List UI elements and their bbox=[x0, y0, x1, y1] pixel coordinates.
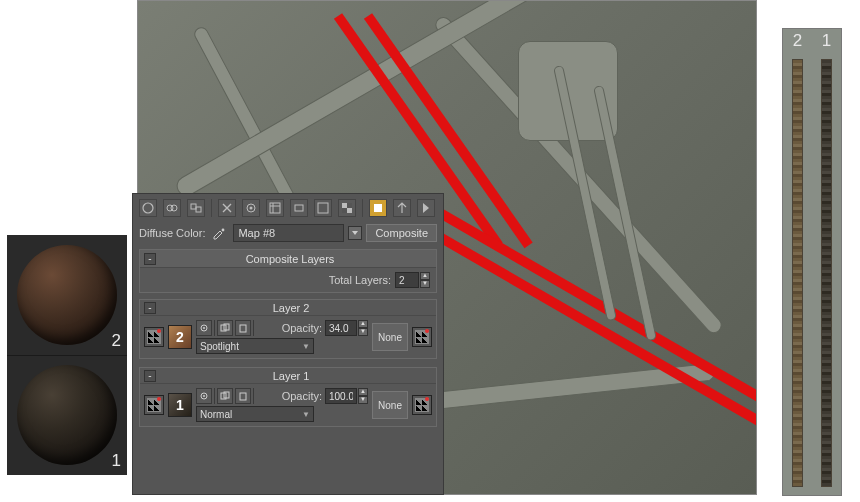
svg-rect-11 bbox=[347, 208, 352, 213]
layer-color-swatch[interactable] bbox=[144, 395, 164, 415]
material-sample-label: 1 bbox=[112, 451, 121, 471]
svg-point-15 bbox=[222, 229, 225, 232]
separator bbox=[214, 388, 215, 404]
material-samples-panel: 2 1 bbox=[7, 235, 127, 475]
assign-material-icon[interactable] bbox=[187, 199, 205, 217]
layer-title: Layer 2 bbox=[162, 302, 436, 314]
composite-title: Composite Layers bbox=[162, 253, 436, 265]
map-name-dropdown-icon[interactable] bbox=[348, 226, 362, 240]
paste-icon[interactable] bbox=[235, 388, 251, 404]
eyedropper-icon[interactable] bbox=[209, 225, 229, 241]
get-material-icon[interactable] bbox=[139, 199, 157, 217]
svg-rect-8 bbox=[295, 205, 303, 211]
spin-up-icon[interactable]: ▲ bbox=[420, 272, 430, 280]
total-layers-value[interactable] bbox=[395, 272, 419, 288]
collapse-toggle-icon[interactable]: - bbox=[144, 370, 156, 382]
map-name-text: Map #8 bbox=[238, 227, 275, 239]
map-type-text: Composite bbox=[375, 227, 428, 239]
svg-rect-9 bbox=[318, 203, 328, 213]
map-type-button[interactable]: Composite bbox=[366, 224, 437, 242]
mask-none-button[interactable]: None bbox=[372, 391, 408, 419]
composite-group-header[interactable]: - Composite Layers bbox=[140, 250, 436, 268]
spin-down-icon[interactable]: ▼ bbox=[420, 280, 430, 288]
chevron-down-icon: ▼ bbox=[302, 410, 310, 419]
texture-strips-panel: 2 1 bbox=[782, 28, 842, 496]
layer-1-group: - Layer 1 1 Opacity: bbox=[139, 367, 437, 427]
blend-mode-select[interactable]: Spotlight ▼ bbox=[196, 338, 314, 354]
spin-down-icon[interactable]: ▼ bbox=[358, 328, 368, 336]
mask-label: None bbox=[378, 400, 402, 411]
layer-thumb-label: 2 bbox=[176, 329, 184, 345]
spin-down-icon[interactable]: ▼ bbox=[358, 396, 368, 404]
paste-icon[interactable] bbox=[235, 320, 251, 336]
texture-strip-1[interactable]: 1 bbox=[812, 29, 841, 495]
separator bbox=[211, 199, 212, 217]
visibility-icon[interactable] bbox=[196, 320, 212, 336]
mask-color-swatch[interactable] bbox=[412, 327, 432, 347]
svg-rect-25 bbox=[240, 393, 246, 400]
layer-thumb-label: 1 bbox=[176, 397, 184, 413]
material-editor-panel: Diffuse Color: Map #8 Composite - Compos… bbox=[132, 193, 444, 495]
svg-rect-10 bbox=[342, 203, 347, 208]
go-to-parent-icon[interactable] bbox=[393, 199, 411, 217]
svg-rect-3 bbox=[191, 204, 196, 209]
separator bbox=[214, 320, 215, 336]
map-name-field[interactable]: Map #8 bbox=[233, 224, 344, 242]
layer-1-header[interactable]: - Layer 1 bbox=[140, 368, 436, 384]
visibility-icon[interactable] bbox=[196, 388, 212, 404]
go-forward-icon[interactable] bbox=[417, 199, 435, 217]
svg-point-2 bbox=[171, 205, 177, 211]
select-by-material-icon[interactable] bbox=[314, 199, 332, 217]
show-map-icon[interactable] bbox=[369, 199, 387, 217]
svg-rect-12 bbox=[347, 203, 352, 208]
opacity-label: Opacity: bbox=[282, 322, 322, 334]
blend-mode-value: Normal bbox=[200, 409, 232, 420]
spin-up-icon[interactable]: ▲ bbox=[358, 320, 368, 328]
svg-rect-7 bbox=[270, 203, 280, 213]
layer-2-header[interactable]: - Layer 2 bbox=[140, 300, 436, 316]
opacity-input[interactable]: ▲ ▼ bbox=[325, 320, 368, 336]
svg-rect-20 bbox=[240, 325, 246, 332]
layer-2-group: - Layer 2 2 Opacity: bbox=[139, 299, 437, 359]
copy-icon[interactable] bbox=[217, 388, 233, 404]
mask-none-button[interactable]: None bbox=[372, 323, 408, 351]
total-layers-input[interactable]: ▲ ▼ bbox=[395, 272, 430, 288]
copy-icon[interactable] bbox=[217, 320, 233, 336]
collapse-toggle-icon[interactable]: - bbox=[144, 302, 156, 314]
options-icon[interactable] bbox=[290, 199, 308, 217]
material-sample-label: 2 bbox=[112, 331, 121, 351]
strip-label: 1 bbox=[822, 31, 831, 51]
separator bbox=[253, 388, 254, 404]
svg-rect-14 bbox=[374, 204, 382, 212]
material-toolbar bbox=[133, 194, 443, 221]
opacity-label: Opacity: bbox=[282, 390, 322, 402]
blend-mode-value: Spotlight bbox=[200, 341, 239, 352]
material-sample-1[interactable]: 1 bbox=[7, 356, 127, 476]
separator bbox=[362, 199, 363, 217]
delete-icon[interactable] bbox=[218, 199, 236, 217]
put-material-icon[interactable] bbox=[163, 199, 181, 217]
opacity-input[interactable]: ▲ ▼ bbox=[325, 388, 368, 404]
checker-icon[interactable] bbox=[338, 199, 356, 217]
layer-color-swatch[interactable] bbox=[144, 327, 164, 347]
strip-label: 2 bbox=[793, 31, 802, 51]
blend-mode-select[interactable]: Normal ▼ bbox=[196, 406, 314, 422]
material-sample-2[interactable]: 2 bbox=[7, 235, 127, 356]
diffuse-row: Diffuse Color: Map #8 Composite bbox=[133, 221, 443, 247]
opacity-value[interactable] bbox=[325, 320, 357, 336]
mask-label: None bbox=[378, 332, 402, 343]
make-unique-icon[interactable] bbox=[242, 199, 260, 217]
mask-color-swatch[interactable] bbox=[412, 395, 432, 415]
opacity-value[interactable] bbox=[325, 388, 357, 404]
separator bbox=[253, 320, 254, 336]
diffuse-label: Diffuse Color: bbox=[139, 227, 205, 239]
svg-point-0 bbox=[143, 203, 153, 213]
svg-point-22 bbox=[203, 395, 205, 397]
collapse-toggle-icon[interactable]: - bbox=[144, 253, 156, 265]
navigator-icon[interactable] bbox=[266, 199, 284, 217]
svg-point-6 bbox=[250, 207, 253, 210]
layer-texture-thumb[interactable]: 2 bbox=[168, 325, 192, 349]
spin-up-icon[interactable]: ▲ bbox=[358, 388, 368, 396]
layer-texture-thumb[interactable]: 1 bbox=[168, 393, 192, 417]
texture-strip-2[interactable]: 2 bbox=[783, 29, 812, 495]
